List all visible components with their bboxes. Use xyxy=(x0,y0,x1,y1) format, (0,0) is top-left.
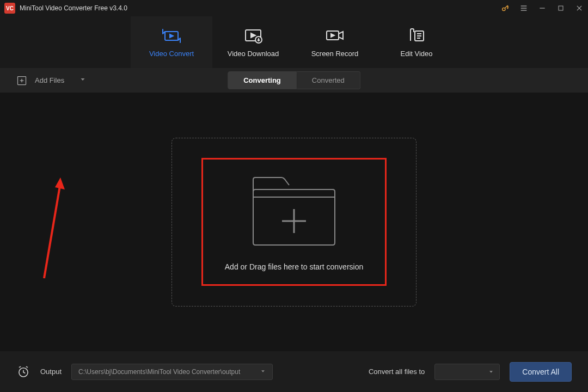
svg-marker-30 xyxy=(489,371,493,372)
app-title: MiniTool Video Converter Free v3.4.0 xyxy=(20,4,501,12)
dropzone-text: Add or Drag files here to start conversi… xyxy=(225,262,363,271)
add-files-icon xyxy=(16,75,27,86)
menu-icon[interactable] xyxy=(519,4,528,13)
svg-rect-5 xyxy=(559,6,563,10)
svg-marker-29 xyxy=(261,370,265,372)
output-path-select[interactable]: C:\Users\bj\Documents\MiniTool Video Con… xyxy=(71,364,273,380)
titlebar: VC MiniTool Video Converter Free v3.4.0 xyxy=(0,0,588,16)
download-icon xyxy=(243,27,263,45)
tab-screen-record[interactable]: Screen Record xyxy=(294,16,376,68)
add-files-label: Add Files xyxy=(35,76,64,84)
convert-icon xyxy=(162,27,181,45)
tab-converted[interactable]: Converted xyxy=(297,71,360,89)
main-area: Add or Drag files here to start conversi… xyxy=(0,93,588,351)
chevron-down-icon xyxy=(488,367,494,377)
maximize-button[interactable] xyxy=(556,4,565,13)
tab-label: Edit Video xyxy=(400,50,432,58)
tab-label: Video Download xyxy=(228,50,279,58)
add-files-button[interactable]: Add Files xyxy=(16,75,86,86)
footer: Output C:\Users\bj\Documents\MiniTool Vi… xyxy=(0,351,588,392)
close-button[interactable] xyxy=(575,4,584,13)
toolbar: Add Files Converting Converted xyxy=(0,68,588,93)
record-icon xyxy=(325,27,345,45)
dropzone: Add or Drag files here to start conversi… xyxy=(171,138,416,307)
chevron-down-icon xyxy=(260,368,266,376)
svg-line-26 xyxy=(44,183,60,278)
svg-marker-27 xyxy=(55,177,65,189)
tab-edit-video[interactable]: Edit Video xyxy=(376,16,457,68)
tab-converting[interactable]: Converting xyxy=(228,71,297,89)
convert-all-files-label: Convert all files to xyxy=(369,367,425,376)
output-path-value: C:\Users\bj\Documents\MiniTool Video Con… xyxy=(78,368,240,376)
tab-video-download[interactable]: Video Download xyxy=(212,16,294,68)
chevron-down-icon[interactable] xyxy=(79,76,86,84)
nav-tabs: Video Convert Video Download Screen Reco… xyxy=(0,16,588,68)
convert-all-button[interactable]: Convert All xyxy=(510,362,572,382)
tab-label: Video Convert xyxy=(149,50,194,58)
output-label: Output xyxy=(40,367,62,376)
key-icon[interactable] xyxy=(501,4,510,13)
svg-point-0 xyxy=(503,8,505,10)
schedule-icon[interactable] xyxy=(16,365,30,379)
dropzone-target[interactable]: Add or Drag files here to start conversi… xyxy=(201,158,387,286)
svg-marker-9 xyxy=(170,34,173,38)
tab-label: Screen Record xyxy=(311,50,359,58)
tab-video-convert[interactable]: Video Convert xyxy=(131,16,212,68)
minimize-button[interactable] xyxy=(538,4,547,13)
svg-marker-22 xyxy=(81,78,85,81)
folder-plus-icon xyxy=(248,173,340,249)
edit-icon xyxy=(407,27,426,45)
segmented-control: Converting Converted xyxy=(228,71,360,89)
app-logo-icon: VC xyxy=(4,3,15,14)
svg-marker-11 xyxy=(251,33,255,38)
format-select[interactable] xyxy=(434,364,500,380)
annotation-arrow-icon xyxy=(40,177,67,281)
svg-marker-14 xyxy=(331,34,334,37)
